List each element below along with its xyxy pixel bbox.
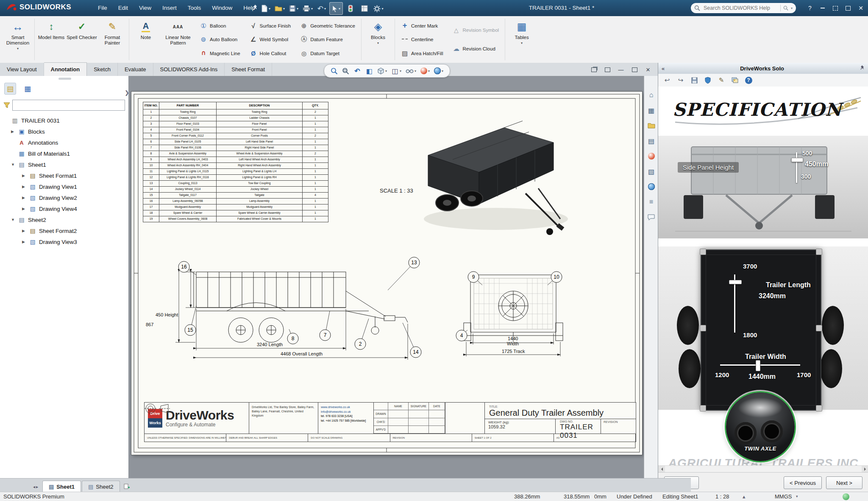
datum-feature-button[interactable]: Datum Feature xyxy=(298,34,357,45)
bom-row[interactable]: 1Towing Ring Towing Ring2 xyxy=(143,109,328,115)
balloon-13[interactable]: 13 xyxy=(409,257,420,268)
rebuild-button[interactable] xyxy=(344,3,357,14)
panel-pin-icon[interactable] xyxy=(856,65,868,72)
file-properties-button[interactable] xyxy=(358,3,371,14)
search-scope-icon[interactable] xyxy=(783,6,788,11)
balloon-4[interactable]: 4 xyxy=(456,330,467,341)
help-search-box[interactable]: ▾ xyxy=(691,3,796,13)
auto-balloon-button[interactable]: Auto Balloon xyxy=(198,34,242,45)
tree-expand-arrow[interactable] xyxy=(11,129,15,134)
tree-item[interactable]: Drawing View3 xyxy=(0,236,128,247)
area-hatch-button[interactable]: Area Hatch/Fill xyxy=(399,48,445,59)
side-panel-slider-track[interactable] xyxy=(796,152,797,183)
centerline-button[interactable]: Centerline xyxy=(399,34,445,45)
bom-row[interactable]: 10Wheel Arch Assembly RH_0404 Right Hand… xyxy=(143,163,328,169)
sheet-tab[interactable]: Sheet2 xyxy=(82,481,120,492)
pin-toolbar-icon[interactable] xyxy=(252,4,259,14)
tree-item[interactable]: Bill of Materials1 xyxy=(0,148,128,159)
drawing-view-isometric[interactable] xyxy=(424,121,568,235)
design-library-icon[interactable] xyxy=(647,106,656,115)
menu-item[interactable]: Window xyxy=(206,0,238,16)
custom-properties-icon[interactable] xyxy=(647,197,656,207)
spell-checker-button[interactable]: Spell Checker xyxy=(67,16,97,63)
datum-target-button[interactable]: Datum Target xyxy=(298,48,357,59)
scroll-left-button[interactable] xyxy=(658,466,665,472)
balloon-16[interactable]: 16 xyxy=(178,261,189,272)
balloon-9[interactable]: 9 xyxy=(468,271,479,283)
magnetic-line-button[interactable]: Magnetic Line xyxy=(198,48,242,59)
maximize-button[interactable] xyxy=(842,0,854,16)
balloon-15[interactable]: 15 xyxy=(185,325,196,336)
panel-splitter-handle[interactable] xyxy=(58,78,71,80)
tree-expand-arrow[interactable] xyxy=(22,229,26,233)
select-tool-button[interactable]: ▾ xyxy=(329,2,343,15)
balloon-button[interactable]: Balloon xyxy=(198,21,242,31)
scroll-right-button[interactable] xyxy=(862,466,868,472)
help-icon[interactable]: ? xyxy=(744,76,753,85)
tree-item[interactable]: Sheet1 xyxy=(0,159,128,170)
driveworks-taskpane-icon[interactable] xyxy=(647,182,656,191)
scale-dropdown-caret[interactable]: ▴ xyxy=(743,492,746,501)
bom-row[interactable]: 3Floor Panel_0103 Floor Panel1 xyxy=(143,121,328,127)
apply-scene-button[interactable]: ▾ xyxy=(433,67,445,75)
edit-appearance-button[interactable]: ▾ xyxy=(419,67,431,75)
minimize-button[interactable] xyxy=(816,0,829,16)
dimension-height[interactable]: 450 Height xyxy=(156,312,178,317)
tree-item[interactable]: Drawing View4 xyxy=(0,203,128,214)
side-view-dimensions[interactable] xyxy=(175,272,408,360)
driveworks-horizontal-scrollbar[interactable] xyxy=(658,465,868,473)
tree-item[interactable]: Drawing View1 xyxy=(0,181,128,192)
display-manager-tab[interactable] xyxy=(22,83,33,94)
command-tab[interactable]: SOLIDWORKS Add-Ins xyxy=(153,63,225,76)
home-icon[interactable] xyxy=(647,90,656,100)
tree-item[interactable]: Drawing View2 xyxy=(0,192,128,203)
appearances-icon[interactable] xyxy=(647,151,656,161)
feature-tree-tab[interactable] xyxy=(4,83,16,95)
search-input[interactable] xyxy=(703,5,778,11)
bom-row[interactable]: 15Tailgate_0117 Tailgate4 xyxy=(143,193,328,199)
hole-callout-button[interactable]: Hole Callout xyxy=(248,48,293,59)
balloon-14[interactable]: 14 xyxy=(410,347,421,358)
units-dropdown-caret[interactable]: ▾ xyxy=(796,492,798,501)
open-document-button[interactable]: ▾ xyxy=(273,3,286,14)
bom-row[interactable]: 14Jockey Wheel_0114 Jockey Wheel1 xyxy=(143,187,328,193)
bom-row[interactable]: 19Wheel Covers Assembly_0608 Fabricated … xyxy=(143,216,328,222)
menu-item[interactable]: Tools xyxy=(182,0,207,16)
panel-collapse-icon[interactable]: « xyxy=(658,65,668,72)
undo-button[interactable]: ↶▾ xyxy=(315,3,328,14)
section-view-button[interactable] xyxy=(364,66,374,76)
save-spec-icon[interactable] xyxy=(690,76,699,85)
bom-row[interactable]: 6Side Panel LH_0105 Left Hand Side Panel… xyxy=(143,139,328,145)
balloon-2[interactable]: 2 xyxy=(355,339,366,350)
window-cascade-icon[interactable] xyxy=(588,64,599,75)
bom-row[interactable]: 16Lamp Assembly_0605B Lamp Assembly1 xyxy=(143,199,328,204)
bom-row[interactable]: 17Mudguard Assembly Mudguard Assembly1 xyxy=(143,204,328,210)
command-tab[interactable]: Evaluate xyxy=(118,63,153,76)
balloon-8[interactable]: 8 xyxy=(287,333,298,344)
zoom-fit-button[interactable] xyxy=(329,67,339,76)
bom-row[interactable]: 11Lighting Panel & Lights LH_0115 Lighti… xyxy=(143,169,328,175)
bom-row[interactable]: 9Wheel Arch Assembly LH_0403 Left Hand W… xyxy=(143,157,328,163)
dimension-track[interactable]: 1725 Track xyxy=(502,349,525,354)
bom-row[interactable]: 4Front Panel_0104 Front Panel1 xyxy=(143,127,328,133)
length-slider-handle[interactable] xyxy=(729,280,742,284)
drawing-viewport[interactable]: SCALE 1 : 33 xyxy=(128,76,644,478)
tree-expand-arrow[interactable] xyxy=(22,185,26,189)
bill-of-materials-table[interactable]: ITEM NO.PART NUMBERDESCRIPTIONQTY. 1Towi… xyxy=(143,102,328,222)
tree-expand-arrow[interactable] xyxy=(11,218,15,222)
bom-row[interactable]: 18Spare Wheel & Carrier Spare Wheel & Ca… xyxy=(143,210,328,216)
tree-item[interactable]: Sheet Format2 xyxy=(0,225,128,236)
drawing-view-side[interactable] xyxy=(194,272,408,342)
tree-expand-arrow[interactable] xyxy=(11,162,15,167)
bom-row[interactable]: 13Coupling_0113 Tow Bar Coupling1 xyxy=(143,181,328,187)
dimension-width-value[interactable]: 1440 xyxy=(508,336,518,341)
document-minimize-button[interactable]: — xyxy=(615,64,626,75)
bom-row[interactable]: 12Lighting Panel & Lights RH_0116 Lighti… xyxy=(143,175,328,181)
layout-button[interactable] xyxy=(829,0,842,16)
model-items-button[interactable]: Model Items xyxy=(36,16,67,63)
tree-expand-arrow[interactable] xyxy=(22,240,26,244)
sheet-nav-arrows[interactable]: ◂▸ xyxy=(33,481,38,492)
tags-icon[interactable] xyxy=(843,493,849,500)
tree-expand-arrow[interactable] xyxy=(22,207,26,211)
next-button[interactable]: Next > xyxy=(826,476,862,489)
